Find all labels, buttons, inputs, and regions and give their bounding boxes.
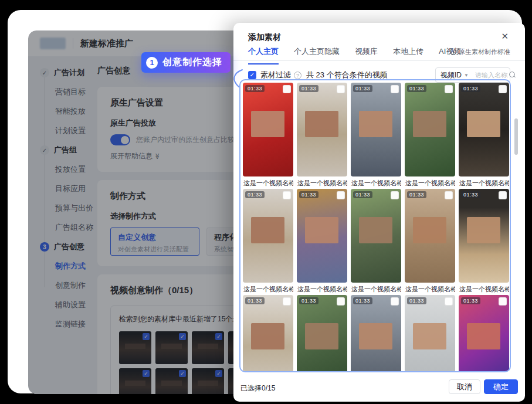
video-thumbnail: 01:33	[297, 83, 347, 176]
select-checkbox[interactable]	[283, 85, 291, 93]
select-checkbox[interactable]	[283, 297, 291, 305]
search-icon[interactable]	[509, 72, 516, 79]
video-card[interactable]: 01:33这是一个视频名称十二...	[297, 189, 347, 295]
select-checkbox[interactable]	[391, 85, 399, 93]
sidebar-item-目标应用[interactable]: 目标应用	[40, 183, 96, 195]
material-filter-checkbox[interactable]: ✓	[248, 71, 256, 79]
video-card[interactable]: 01:33这是一个视频名称十二...	[459, 189, 509, 295]
sidebar-item-预算与出价[interactable]: 预算与出价	[40, 202, 96, 214]
select-checkbox[interactable]	[499, 297, 507, 305]
select-checkbox[interactable]	[283, 191, 291, 199]
sidebar-item-制作方式[interactable]: 制作方式	[40, 260, 96, 272]
person-photo-placeholder	[459, 83, 509, 176]
sidebar-item-创意制作[interactable]: 创意制作	[40, 280, 96, 291]
select-checkbox[interactable]	[445, 85, 453, 93]
video-card[interactable]: 01:33这是一个视频名称十二...	[405, 295, 455, 372]
select-checkbox[interactable]	[445, 191, 453, 199]
method-option-自定义创意[interactable]: 自定义创意对创意素材进行灵活配置	[110, 228, 199, 256]
add-material-modal: 添加素材 ✕ 个人主页个人主页隐藏视频库本地上传AI视频 原生素材制作标准 ✓ …	[233, 23, 525, 402]
header-divider	[73, 38, 73, 49]
select-checkbox[interactable]	[391, 297, 399, 305]
video-card[interactable]: 01:33这是一个视频名称十二...	[297, 83, 347, 189]
sidebar-item-投放位置[interactable]: 投放位置	[40, 164, 96, 175]
mini-video-thumb[interactable]: ✓	[192, 331, 224, 364]
help-icon[interactable]: ?	[294, 72, 301, 79]
checked-checkbox-icon[interactable]: ✓	[143, 370, 150, 377]
video-caption: 这是一个视频名称十二...	[351, 285, 401, 293]
cancel-button[interactable]: 取消	[449, 379, 480, 394]
guideline-link[interactable]: 原生素材制作标准	[450, 47, 510, 56]
mini-video-thumb[interactable]: ✓	[155, 368, 188, 394]
browser-page: 新建标准推广 ✓广告计划营销目标智能投放计划设置✓广告组投放位置目标应用预算与出…	[8, 10, 522, 393]
duration-badge: 01:33	[407, 297, 426, 304]
close-icon[interactable]: ✕	[501, 31, 509, 42]
sidebar-group-label: 广告计划	[54, 67, 84, 78]
video-card[interactable]: 01:33这是一个视频名称十二...	[297, 295, 347, 372]
video-thumbnail: 01:33	[243, 83, 293, 176]
video-card[interactable]: 01:33这是一个视频名称十二...	[243, 295, 293, 372]
confirm-button[interactable]: 确定	[484, 379, 518, 394]
video-thumbnail: 01:33	[243, 295, 293, 372]
duration-badge: 01:33	[353, 191, 372, 198]
video-card[interactable]: 01:33这是一个视频名称十二...	[243, 189, 293, 295]
callout-connector-curve	[229, 69, 245, 89]
select-checkbox[interactable]	[337, 191, 345, 199]
mini-video-thumb[interactable]: ✓	[155, 331, 188, 364]
tab-个人主页[interactable]: 个人主页	[248, 46, 279, 60]
person-photo-placeholder	[243, 189, 293, 283]
person-photo-placeholder	[351, 189, 401, 283]
sidebar-item-计划设置[interactable]: 计划设置	[40, 125, 96, 137]
tabs-divider	[233, 60, 525, 61]
select-checkbox[interactable]	[499, 191, 507, 199]
video-card[interactable]: 01:33这是一个视频名称十二...	[459, 295, 509, 372]
sidebar-item-智能投放[interactable]: 智能投放	[40, 106, 96, 117]
person-photo-placeholder	[243, 83, 293, 176]
tab-本地上传[interactable]: 本地上传	[393, 46, 423, 60]
sidebar-group-广告计划[interactable]: ✓广告计划	[40, 67, 96, 79]
grid-scrollbar[interactable]	[514, 118, 518, 155]
checked-checkbox-icon[interactable]: ✓	[179, 333, 186, 340]
sidebar-item-辅助设置[interactable]: 辅助设置	[40, 299, 96, 311]
sidebar-item-监测链接[interactable]: 监测链接	[40, 318, 96, 330]
mini-video-thumb[interactable]: ✓	[192, 368, 224, 394]
lightbulb-icon	[450, 49, 456, 55]
checked-checkbox-icon[interactable]: ✓	[215, 333, 222, 340]
video-card[interactable]: 01:33这是一个视频名称十二...	[243, 83, 293, 189]
video-card[interactable]: 01:33这是一个视频名称十二...	[405, 189, 455, 295]
sidebar-group-广告组[interactable]: ✓广告组	[40, 144, 96, 156]
sidebar-group-广告创意[interactable]: 3广告创意	[40, 241, 96, 253]
sidebar-item-营销目标[interactable]: 营销目标	[40, 86, 96, 98]
duration-badge: 01:33	[461, 297, 480, 304]
select-checkbox[interactable]	[337, 297, 345, 305]
video-card[interactable]: 01:33这是一个视频名称十二...	[459, 83, 509, 189]
mini-video-thumb[interactable]: ✓	[119, 331, 151, 364]
video-card[interactable]: 01:33这是一个视频名称十二...	[405, 83, 455, 189]
caret-down-icon: ▼	[464, 73, 469, 78]
checked-checkbox-icon[interactable]: ✓	[215, 370, 222, 377]
video-card[interactable]: 01:33这是一个视频名称十二...	[351, 295, 401, 372]
sidebar-item-广告组名称[interactable]: 广告组名称	[40, 222, 96, 233]
search-input[interactable]	[472, 72, 509, 79]
video-caption: 这是一个视频名称十二...	[405, 285, 455, 293]
select-checkbox[interactable]	[337, 85, 345, 93]
video-thumbnail: 01:33	[243, 189, 293, 283]
video-thumbnail: 01:33	[297, 189, 347, 283]
tab-个人主页隐藏[interactable]: 个人主页隐藏	[294, 46, 340, 60]
select-checkbox[interactable]	[445, 297, 453, 305]
search-type-select[interactable]: 视频ID	[436, 70, 464, 80]
video-card[interactable]: 01:33这是一个视频名称十二...	[351, 83, 401, 189]
select-checkbox[interactable]	[391, 191, 399, 199]
person-photo-placeholder	[405, 295, 455, 372]
video-caption: 这是一个视频名称十二...	[297, 285, 347, 293]
tab-视频库[interactable]: 视频库	[355, 46, 378, 60]
checked-checkbox-icon[interactable]: ✓	[143, 333, 150, 340]
modal-title: 添加素材	[248, 32, 281, 43]
native-ad-toggle[interactable]	[110, 134, 130, 145]
duration-badge: 01:33	[461, 85, 480, 92]
video-grid-highlight: 01:33这是一个视频名称十二...01:33这是一个视频名称十二...01:3…	[239, 79, 511, 372]
select-checkbox[interactable]	[499, 85, 507, 93]
checked-checkbox-icon[interactable]: ✓	[179, 370, 186, 377]
video-card[interactable]: 01:33这是一个视频名称十二...	[351, 189, 401, 295]
mini-video-thumb[interactable]: ✓	[119, 368, 151, 394]
duration-badge: 01:33	[299, 85, 318, 92]
